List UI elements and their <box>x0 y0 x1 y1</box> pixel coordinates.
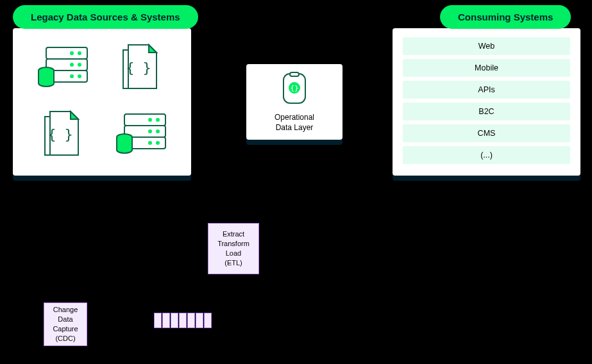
svg-point-17 <box>148 129 152 133</box>
consuming-title-pill: Consuming Systems <box>440 5 571 29</box>
consuming-item: CMS <box>403 124 570 142</box>
svg-text:{}: {} <box>290 84 298 92</box>
consuming-item: Mobile <box>403 59 570 77</box>
svg-point-16 <box>156 118 160 122</box>
consuming-item: APIs <box>403 81 570 99</box>
consuming-item: (...) <box>403 146 570 164</box>
svg-point-19 <box>148 141 152 145</box>
svg-point-6 <box>78 63 81 67</box>
legacy-icon-code-file-green: { } <box>106 40 176 97</box>
svg-point-7 <box>70 74 74 78</box>
legacy-panel: { } { } <box>13 28 191 176</box>
legacy-title-pill: Legacy Data Sources & Systems <box>13 5 198 29</box>
etl-box: Extract Transform Load (ETL) <box>208 223 259 274</box>
legacy-icon-code-file-plain: { } <box>28 106 97 164</box>
svg-point-4 <box>78 51 81 55</box>
consuming-panel: Web Mobile APIs B2C CMS (...) <box>393 28 580 176</box>
svg-text:{ }: { } <box>126 60 151 76</box>
consuming-item: Web <box>403 37 570 55</box>
svg-point-20 <box>156 141 160 145</box>
odl-label: Operational Data Layer <box>275 112 314 133</box>
svg-point-5 <box>70 63 74 67</box>
svg-point-15 <box>148 118 152 122</box>
svg-point-18 <box>156 129 160 133</box>
legacy-icon-server-db-top <box>28 40 97 97</box>
svg-point-3 <box>70 51 74 55</box>
odl-panel: {} Operational Data Layer <box>246 64 343 140</box>
event-stream-track <box>154 313 212 328</box>
cdc-box: Change Data Capture (CDC) <box>44 302 87 346</box>
consuming-item: B2C <box>403 103 570 120</box>
svg-point-8 <box>78 74 81 78</box>
svg-rect-23 <box>290 72 299 76</box>
svg-text:{ }: { } <box>47 126 73 142</box>
legacy-icon-server-db-bottom <box>106 106 176 164</box>
database-document-icon: {} <box>278 71 310 107</box>
